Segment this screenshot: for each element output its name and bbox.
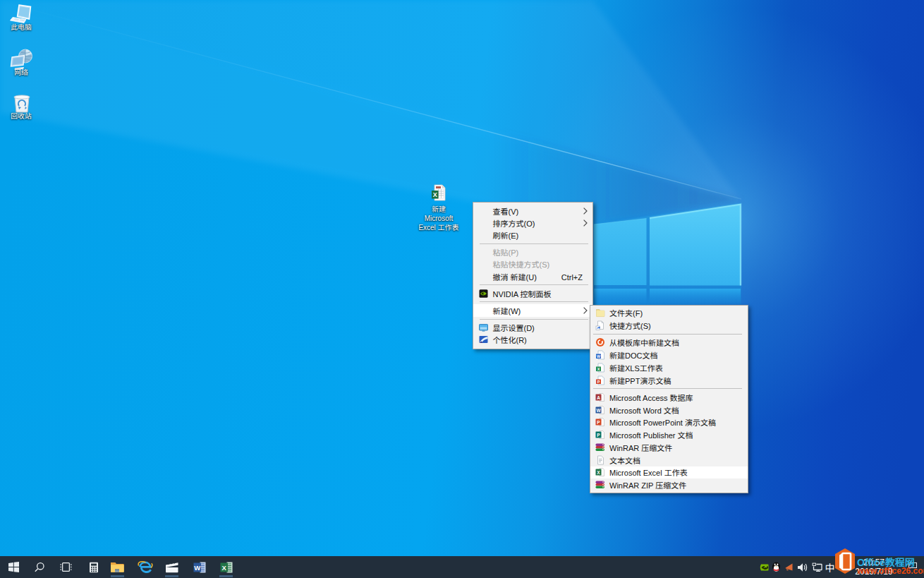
svg-text:W: W: [597, 354, 601, 359]
svg-text:P: P: [597, 420, 600, 425]
svg-text:W: W: [596, 408, 601, 413]
svg-text:X: X: [597, 367, 600, 371]
svg-text:P: P: [597, 379, 600, 383]
svg-text:W: W: [194, 563, 200, 571]
svg-text:X: X: [221, 563, 226, 571]
svg-text:P: P: [597, 433, 600, 438]
svg-text:X: X: [597, 470, 600, 475]
svg-text:X: X: [433, 191, 437, 198]
svg-text:A: A: [597, 395, 600, 400]
